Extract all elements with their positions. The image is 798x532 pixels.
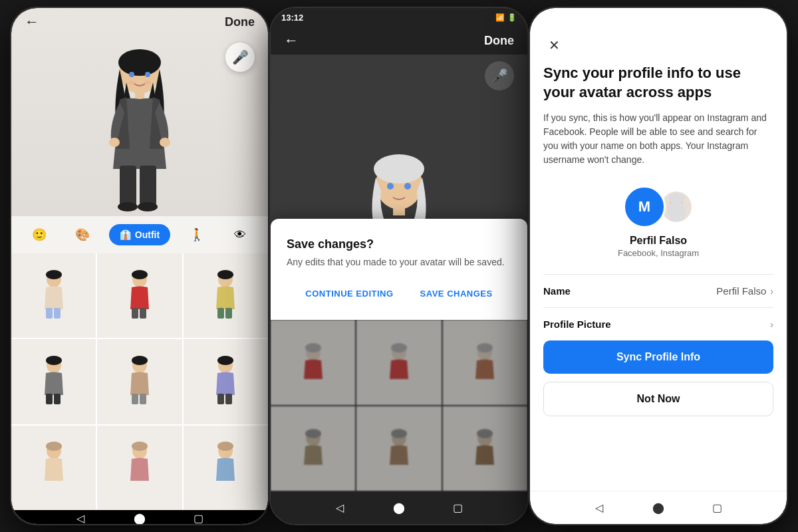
home-nav-2[interactable]: ⬤ (391, 499, 407, 515)
bottom-bar-1: ◁ ⬤ ▢ (11, 510, 268, 524)
phone-1: ← Done 🎤 (10, 7, 269, 525)
top-nav-1: ← Done (11, 8, 268, 36)
svg-point-18 (132, 270, 148, 279)
done-button-1[interactable]: Done (225, 15, 255, 29)
svg-text:M: M (638, 198, 650, 215)
svg-point-4 (128, 80, 135, 84)
dialog-header-3: ✕ (530, 27, 787, 61)
home-nav-3[interactable]: ⬤ (650, 500, 666, 516)
back-nav-1[interactable]: ◁ (72, 510, 88, 524)
save-changes-btn[interactable]: SAVE CHANGES (412, 283, 501, 304)
outfit-tool-btn[interactable]: 👔 Outfit (109, 224, 170, 245)
svg-point-14 (46, 270, 62, 279)
avatar-figure-1 (90, 36, 190, 215)
outfit-item-2-1 (271, 320, 355, 404)
square-nav-2[interactable]: ▢ (450, 499, 466, 515)
outfit-grid-2 (271, 320, 527, 491)
outfit-item-4[interactable] (11, 339, 96, 424)
svg-point-5 (144, 80, 151, 84)
status-bar-2: 13:12 📶 🔋 (271, 8, 527, 27)
svg-rect-47 (393, 206, 405, 215)
done-button-2[interactable]: Done (484, 34, 514, 48)
svg-point-38 (46, 442, 62, 451)
outfit-item-7[interactable] (11, 426, 96, 510)
profile-picture-label: Profile Picture (543, 319, 611, 330)
outfit-item-3[interactable] (184, 253, 268, 338)
profile-icons: M (623, 186, 694, 228)
svg-point-44 (374, 154, 424, 184)
phone-2: 13:12 📶 🔋 ← Done 🎤 (269, 7, 529, 525)
pose-tool-btn[interactable]: 🚶 (180, 221, 213, 248)
svg-rect-6 (135, 90, 144, 100)
avatar-area-1: 🎤 (11, 36, 268, 215)
svg-rect-8 (140, 166, 156, 205)
name-value: Perfil Falso › (716, 285, 773, 297)
outfit-item-2[interactable] (97, 253, 182, 338)
home-nav-1[interactable]: ⬤ (132, 510, 148, 524)
square-nav-3[interactable]: ▢ (710, 500, 726, 516)
outfit-item-9[interactable] (184, 426, 268, 510)
svg-point-55 (305, 429, 321, 438)
mic-button-2[interactable]: 🎤 (485, 61, 514, 90)
back-nav-2[interactable]: ◁ (332, 499, 348, 515)
svg-point-42 (217, 442, 233, 451)
status-bar-3 (530, 8, 787, 27)
mic-button-1[interactable]: 🎤 (225, 43, 255, 72)
outfit-item-8[interactable] (97, 426, 182, 510)
svg-point-1 (118, 49, 161, 76)
outfit-item-2-3 (443, 320, 527, 404)
dialog-title: Save changes? (287, 237, 511, 251)
eye-tool-btn[interactable]: 👁 (223, 221, 257, 248)
back-button-2[interactable]: ← (284, 32, 299, 49)
close-button[interactable]: ✕ (543, 35, 565, 56)
svg-point-30 (132, 356, 148, 365)
svg-point-59 (477, 429, 493, 438)
top-nav-2: ← Done (271, 27, 527, 55)
save-dialog: Save changes? Any edits that you made to… (271, 219, 527, 320)
outfit-item-2-5 (356, 406, 441, 491)
svg-point-9 (118, 202, 138, 211)
facebook-icon: M (623, 186, 666, 228)
palette-tool-btn[interactable]: 🎨 (66, 221, 99, 248)
back-nav-3[interactable]: ◁ (591, 500, 607, 516)
outfit-item-1[interactable] (11, 253, 96, 338)
svg-rect-31 (132, 394, 138, 404)
picture-chevron-icon: › (770, 319, 773, 330)
square-nav-1[interactable]: ▢ (191, 510, 207, 524)
svg-rect-23 (217, 308, 224, 319)
profile-picture-row[interactable]: Profile Picture › (543, 307, 773, 340)
svg-point-22 (217, 270, 233, 279)
outfit-grid-1 (11, 253, 268, 510)
svg-rect-19 (132, 308, 138, 319)
svg-point-51 (391, 343, 407, 352)
svg-point-46 (404, 183, 411, 190)
back-button-1[interactable]: ← (25, 13, 39, 31)
dialog-text: Any edits that you made to your avatar w… (287, 257, 511, 267)
continue-editing-btn[interactable]: CONTINUE EDITING (297, 283, 401, 304)
svg-rect-28 (54, 394, 61, 404)
svg-point-53 (477, 343, 493, 352)
svg-point-10 (138, 202, 158, 211)
face-tool-btn[interactable]: 🙂 (23, 221, 56, 248)
svg-point-40 (132, 442, 148, 451)
svg-rect-36 (225, 394, 232, 404)
profile-name: Perfil Falso (630, 235, 687, 247)
outfit-item-2-6 (443, 406, 527, 491)
not-now-btn[interactable]: Not Now (543, 382, 773, 416)
svg-point-12 (160, 138, 170, 147)
svg-rect-7 (120, 166, 136, 205)
name-row[interactable]: Name Perfil Falso › (543, 274, 773, 307)
profile-apps: Facebook, Instagram (618, 248, 699, 258)
outfit-item-5[interactable] (97, 339, 182, 424)
svg-rect-15 (46, 308, 53, 319)
profile-picture-value: › (770, 319, 773, 330)
status-icons: 📶 🔋 (495, 13, 517, 22)
sync-description: If you sync, this is how you'll appear o… (543, 111, 773, 167)
svg-point-2 (129, 72, 134, 77)
outfit-item-2-2 (356, 320, 441, 404)
svg-rect-27 (46, 394, 53, 404)
svg-point-49 (305, 343, 321, 352)
outfit-item-6[interactable] (184, 339, 268, 424)
sync-profile-btn[interactable]: Sync Profile Info (543, 340, 773, 374)
svg-point-57 (391, 429, 407, 438)
